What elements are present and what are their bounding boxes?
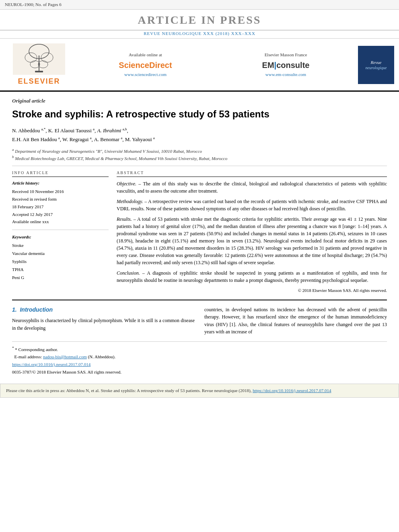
keyword-stroke: Stroke <box>12 242 109 250</box>
methodology-text: – A retrospective review was carried out… <box>117 199 387 212</box>
info-article-header: INFO ARTICLE <box>12 170 109 177</box>
available-online-label: Available online at <box>85 52 206 58</box>
date-accepted: Accepted 12 July 2017 <box>12 211 109 218</box>
citation-box: Please cite this article in press as: Ah… <box>0 384 399 398</box>
section-number: 1. <box>12 306 17 313</box>
revue-badge: Revue neurologique <box>358 46 394 84</box>
revue-header: REVUE NEUROLOGIQUE XXX (2018) XXX–XXX <box>0 31 399 39</box>
conclusion-title: Conclusion. <box>117 270 140 276</box>
keyword-tpha: TPHA <box>12 266 109 274</box>
intro-right-text: countries, in developed nations its inci… <box>204 306 387 336</box>
date-revised-label: Received in revised form <box>12 195 109 203</box>
date-online: Available online xxx <box>12 218 109 226</box>
citation-doi-link[interactable]: https://doi.org/10.1016/j.neurol.2017.07… <box>253 388 331 393</box>
affiliations: a Department of Neurology and Neurogenet… <box>12 147 387 162</box>
affiliation-a: a Department of Neurology and Neurogenet… <box>12 147 387 154</box>
keywords-list: Stroke Vascular dementia Syphilis TPHA P… <box>12 242 109 281</box>
revue-badge-sub: neurologique <box>366 66 387 70</box>
results-title: Results. <box>117 216 132 222</box>
section-intro-title: 1. Introduction <box>12 306 195 314</box>
doi-link[interactable]: https://doi.org/10.1016/j.neurol.2017.07… <box>12 362 90 367</box>
section-name: Introduction <box>20 306 53 313</box>
citation-text: Please cite this article in press as: Ah… <box>6 388 251 393</box>
author-yahyaoui: M. Yahyaoui a <box>125 136 155 142</box>
article-id: NEUROL-1900; No. of Pages 6 <box>5 2 62 8</box>
em-consulte-url: www.em-consulte.com <box>265 72 306 77</box>
main-content: Original article Stroke and syphilis: A … <box>0 97 399 380</box>
doi-note: https://doi.org/10.1016/j.neurol.2017.07… <box>12 361 387 368</box>
sciencedirect-url: www.sciencedirect.com <box>124 72 167 77</box>
svg-rect-7 <box>35 71 43 72</box>
body-left-col: 1. Introduction Neurosyphilis is charact… <box>12 306 195 336</box>
abstract-text: Objective. – The aim of this study was t… <box>117 180 387 294</box>
article-type: Original article <box>12 97 387 105</box>
keywords-label: Keywords: <box>12 234 109 240</box>
affiliation-b: b Medical Biotechnology Lab, GRECET, Med… <box>12 154 387 162</box>
keyword-vascular-dementia: Vascular dementia <box>12 250 109 258</box>
date-revised: 18 February 2017 <box>12 203 109 211</box>
article-title: Stroke and syphilis: A retrospective stu… <box>12 108 387 120</box>
author-regragui: W. Regragui a, <box>62 136 93 142</box>
corresponding-author-note: * * Corresponding author. <box>12 345 387 353</box>
abstract-objective: Objective. – The aim of this study was t… <box>117 180 387 195</box>
author-taoussi: K. El Alaoui Taoussi a, <box>48 127 96 134</box>
objective-title: Objective. <box>117 181 136 187</box>
abstract-col: ABSTRACT Objective. – The aim of this st… <box>117 170 387 294</box>
methodology-title: Methodology. <box>117 199 143 204</box>
author-ibrahimi: A. Ibrahimi a,b, <box>97 127 128 134</box>
info-article-col: INFO ARTICLE Article history: Received 1… <box>12 170 109 294</box>
date-received: Received 10 November 2016 <box>12 188 109 195</box>
copyright-line: © 2018 Elsevier Masson SAS. All rights r… <box>117 287 387 294</box>
journal-header: ELSEVIER Available online at ScienceDire… <box>0 39 399 92</box>
authors: N. Ahbeddou a,*, K. El Alaoui Taoussi a,… <box>12 126 387 144</box>
keyword-penig: Peni G <box>12 274 109 282</box>
abstract-methodology: Methodology. – A retrospective review wa… <box>117 198 387 212</box>
thick-divider <box>12 300 387 300</box>
em-consulte-label: Elsevier Masson France <box>226 52 346 58</box>
issn-note: 0035-3787/© 2018 Elsevier Masson SAS. Al… <box>12 368 387 376</box>
email-note: E-mail address: nadou-bis@hotmail.com (N… <box>12 353 387 361</box>
body-two-col: 1. Introduction Neurosyphilis is charact… <box>12 306 387 336</box>
author-haddou: E.H. Ait Ben Haddou a, <box>12 136 61 142</box>
top-bar: NEUROL-1900; No. of Pages 6 <box>0 0 399 10</box>
revue-badge-area: Revue neurologique <box>358 46 394 84</box>
divider-keywords <box>12 230 109 230</box>
em-consulte-name: EM|consulte <box>226 60 346 71</box>
sciencedirect-name: ScienceDirect <box>85 60 206 71</box>
abstract-results: Results. – A total of 53 patients with s… <box>117 216 387 266</box>
article-in-press-banner: ARTICLE IN PRESS <box>0 10 399 30</box>
elsevier-logo-area: ELSEVIER <box>5 43 73 86</box>
objective-text: – The aim of this study was to describe … <box>117 181 387 194</box>
divider-1 <box>12 166 387 166</box>
info-abstract-section: INFO ARTICLE Article history: Received 1… <box>12 170 387 294</box>
sciencedirect-area: Available online at ScienceDirect www.sc… <box>77 52 214 78</box>
intro-left-text: Neurosyphilis is characterized by clinic… <box>12 317 195 332</box>
elsevier-wordmark: ELSEVIER <box>18 76 60 86</box>
article-history-label: Article history: <box>12 180 109 186</box>
body-right-col: countries, in developed nations its inci… <box>204 306 387 336</box>
conclusion-text: – A diagnosis of syphilitic stroke shoul… <box>117 270 387 283</box>
keyword-syphilis: Syphilis <box>12 258 109 266</box>
em-consulte-area: Elsevier Masson France EM|consulte www.e… <box>218 52 354 78</box>
footnotes-area: * * Corresponding author. E-mail address… <box>12 341 387 376</box>
abstract-conclusion: Conclusion. – A diagnosis of syphilitic … <box>117 269 387 284</box>
revue-badge-title: Revue <box>371 60 382 65</box>
elsevier-tree-logo <box>13 43 65 75</box>
email-link[interactable]: nadou-bis@hotmail.com <box>43 354 87 359</box>
author-benomar: A. Benomar a, <box>94 136 123 142</box>
abstract-header: ABSTRACT <box>117 170 387 177</box>
article-dates: Received 10 November 2016 Received in re… <box>12 188 109 225</box>
results-text: – A total of 53 patients with stroke met… <box>117 216 387 265</box>
author-ahbeddou: N. Ahbeddou a,*, <box>12 127 47 134</box>
